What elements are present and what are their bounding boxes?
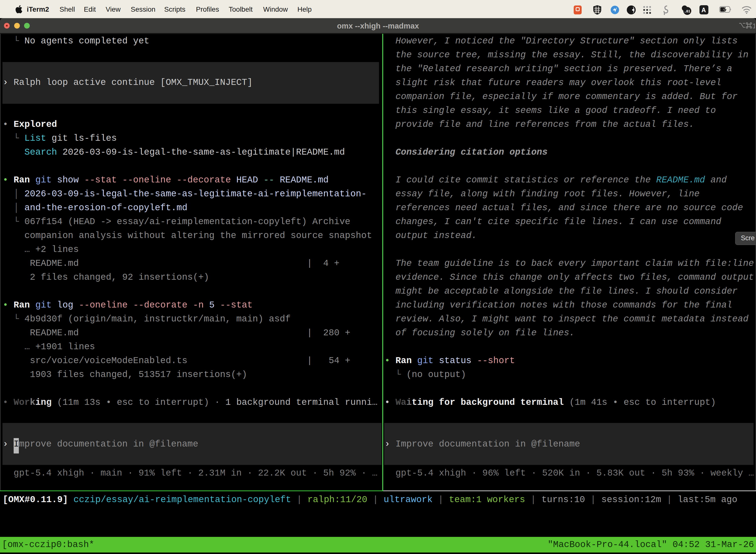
svg-text:..61: ..61 xyxy=(684,9,690,13)
svg-text:1: 1 xyxy=(753,22,755,30)
